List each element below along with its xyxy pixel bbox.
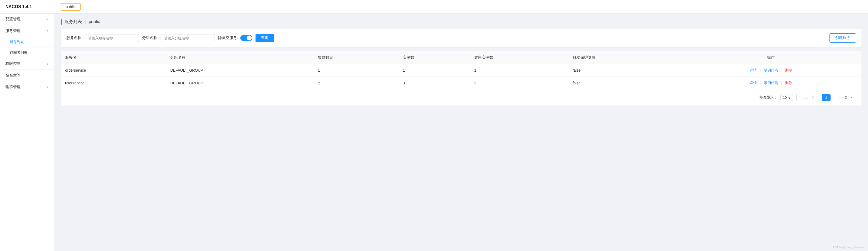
col-service-name: 服务名 (61, 51, 166, 64)
group-name-filter-label: 分组名称 (142, 36, 157, 40)
sidebar-item-cluster-mgmt-label: 集群管理 (5, 85, 21, 90)
sidebar-item-namespace-label: 命名空间 (5, 73, 21, 78)
chevron-down-icon-pagination: ∨ (788, 96, 791, 100)
next-page-button[interactable]: 下一页 ＞ (834, 94, 856, 101)
content-area: 服务列表 ｜ public 服务名称 分组名称 隐藏空服务: 查询 创建服务 (54, 13, 868, 251)
query-button[interactable]: 查询 (255, 34, 274, 42)
per-page-label: 每页显示： (760, 95, 777, 100)
topbar: public (54, 0, 868, 13)
action-delete-0[interactable]: 删除 (785, 68, 792, 73)
prev-page-button[interactable]: ＜ 上一页 (796, 94, 818, 101)
cell-instance-count: 3 (399, 77, 470, 90)
sidebar-item-cluster-mgmt[interactable]: 集群管理 ∨ (0, 82, 54, 93)
page-title: 服务列表 ｜ public (65, 19, 100, 25)
watermark: CSDN @Ding_Jianguo (833, 246, 864, 249)
col-protect-threshold: 触发保护阈值 (568, 51, 680, 64)
sidebar-item-service-list[interactable]: 服务列表 (0, 37, 54, 48)
action-detail-0[interactable]: 详情 (750, 68, 757, 73)
sidebar-menu: 配置管理 ∨ 服务管理 ∧ 服务列表 订阅者列表 权限控制 ∨ 命名空间 集群管… (0, 13, 54, 251)
service-table: 服务名 分组名称 集群数目 实例数 健康实例数 触发保护阈值 操作 orders… (61, 51, 862, 89)
filter-bar: 服务名称 分组名称 隐藏空服务: 查询 创建服务 (61, 29, 862, 47)
title-border-accent (61, 19, 62, 25)
sidebar: NACOS 1.4.1 配置管理 ∨ 服务管理 ∧ 服务列表 订阅者列表 权限控… (0, 0, 54, 251)
sidebar-item-config-mgmt-label: 配置管理 (5, 17, 21, 22)
table-row: orderservice DEFAULT_GROUP 1 1 1 false 详… (61, 64, 862, 77)
sidebar-item-namespace[interactable]: 命名空间 (0, 70, 54, 82)
cell-healthy-instance-count: 3 (470, 77, 568, 90)
create-service-button[interactable]: 创建服务 (830, 33, 856, 42)
col-actions: 操作 (680, 51, 862, 64)
action-sep-1-0: ｜ (758, 68, 762, 73)
sidebar-item-permission-ctrl-label: 权限控制 (5, 61, 21, 66)
col-group-name: 分组名称 (166, 51, 314, 64)
namespace-tab-public[interactable]: public (61, 3, 81, 10)
cell-actions: 详情 ｜ 示例代码 ｜ 删除 (680, 77, 862, 90)
cell-cluster-count: 2 (314, 77, 399, 90)
action-example-0[interactable]: 示例代码 (764, 68, 778, 73)
action-delete-1[interactable]: 删除 (785, 81, 792, 86)
cell-service-name: orderservice (61, 64, 166, 77)
hide-empty-toggle[interactable] (240, 35, 252, 41)
cell-cluster-count: 1 (314, 64, 399, 77)
action-detail-1[interactable]: 详情 (750, 81, 757, 86)
page-title-bar: 服务列表 ｜ public (61, 19, 862, 25)
col-instance-count: 实例数 (399, 51, 470, 64)
action-example-1[interactable]: 示例代码 (764, 81, 778, 86)
cell-protect-threshold: false (568, 64, 680, 77)
service-table-container: 服务名 分组名称 集群数目 实例数 健康实例数 触发保护阈值 操作 orders… (61, 51, 862, 105)
hide-empty-label: 隐藏空服务: (218, 36, 238, 40)
sidebar-item-service-mgmt-label: 服务管理 (5, 29, 21, 33)
table-body: orderservice DEFAULT_GROUP 1 1 1 false 详… (61, 64, 862, 90)
sidebar-logo: NACOS 1.4.1 (0, 0, 54, 13)
main-area: public 服务列表 ｜ public 服务名称 分组名称 隐藏空服务: 查询… (54, 0, 868, 251)
chevron-up-icon: ∧ (46, 29, 49, 33)
table-row: userservice DEFAULT_GROUP 2 3 3 false 详情… (61, 77, 862, 90)
table-header: 服务名 分组名称 集群数目 实例数 健康实例数 触发保护阈值 操作 (61, 51, 862, 64)
cell-service-name: userservice (61, 77, 166, 90)
col-cluster-count: 集群数目 (314, 51, 399, 64)
per-page-select[interactable]: 10 ∨ (780, 94, 793, 101)
cell-protect-threshold: false (568, 77, 680, 90)
col-healthy-instance-count: 健康实例数 (470, 51, 568, 64)
chevron-down-icon-2: ∨ (46, 62, 49, 66)
chevron-down-icon-3: ∨ (46, 85, 49, 89)
pagination-bar: 每页显示： 10 ∨ ＜ 上一页 1 下一页 ＞ (61, 89, 862, 105)
cell-instance-count: 1 (399, 64, 470, 77)
action-sep-2-0: ｜ (780, 68, 783, 73)
hide-empty-toggle-container: 隐藏空服务: (218, 35, 252, 41)
group-name-input[interactable] (161, 34, 215, 42)
cell-group-name: DEFAULT_GROUP (166, 77, 314, 90)
sidebar-item-service-mgmt[interactable]: 服务管理 ∧ (0, 25, 54, 37)
cell-actions: 详情 ｜ 示例代码 ｜ 删除 (680, 64, 862, 77)
action-sep-2-1: ｜ (780, 81, 783, 86)
service-name-filter-label: 服务名称 (66, 36, 82, 40)
page-1-button[interactable]: 1 (822, 94, 831, 101)
service-name-input[interactable] (85, 34, 139, 42)
sidebar-item-subscriber-list[interactable]: 订阅者列表 (0, 48, 54, 58)
action-sep-1-1: ｜ (758, 81, 762, 86)
sidebar-item-permission-ctrl[interactable]: 权限控制 ∨ (0, 58, 54, 70)
sidebar-item-config-mgmt[interactable]: 配置管理 ∨ (0, 13, 54, 25)
chevron-down-icon: ∨ (46, 18, 49, 21)
cell-healthy-instance-count: 1 (470, 64, 568, 77)
cell-group-name: DEFAULT_GROUP (166, 64, 314, 77)
